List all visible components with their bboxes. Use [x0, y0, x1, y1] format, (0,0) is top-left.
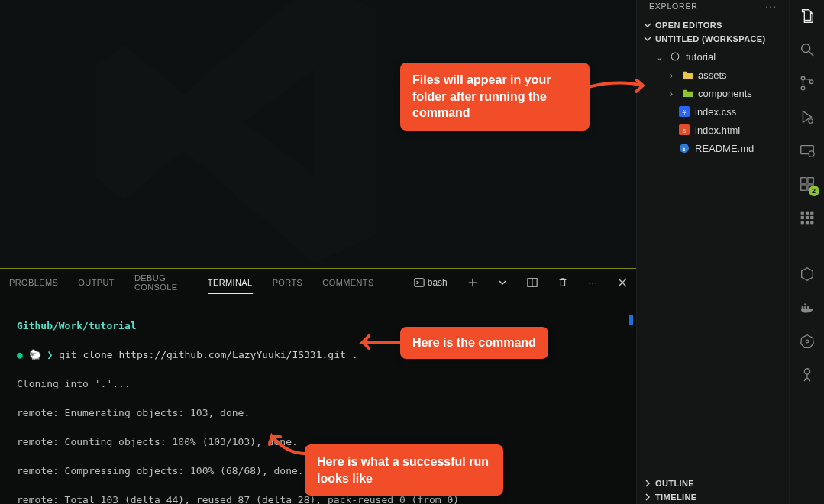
html-file-icon: 5: [678, 124, 690, 136]
svg-rect-29: [805, 221, 808, 224]
remote-icon: [799, 142, 816, 159]
folder-icon: [681, 87, 693, 99]
svg-point-14: [809, 80, 813, 84]
kubernetes-icon: [799, 333, 816, 350]
callout-text: Files will appear in your folder after r…: [412, 73, 551, 119]
outline-section[interactable]: OUTLINE: [637, 477, 789, 490]
activity-remote-button[interactable]: [797, 141, 817, 160]
tab-terminal[interactable]: TERMINAL: [208, 272, 253, 294]
svg-rect-19: [800, 185, 806, 190]
activity-apps-button[interactable]: [797, 208, 817, 228]
chevron-right-icon: [643, 479, 652, 488]
tree-label: index.html: [695, 124, 740, 136]
folder-icon: [681, 69, 693, 81]
chevron-right-icon: [643, 493, 652, 502]
svg-rect-30: [810, 221, 813, 224]
terminal-output-line: remote: Enumerating objects: 103, done.: [17, 405, 619, 420]
activity-extensions-button[interactable]: 2: [797, 174, 817, 194]
svg-point-12: [801, 76, 805, 80]
svg-rect-25: [800, 216, 803, 219]
tab-comments[interactable]: COMMENTS: [322, 272, 373, 293]
activity-kubernetes-button[interactable]: [797, 331, 817, 351]
workspace-label: UNTITLED (WORKSPACE): [655, 34, 766, 44]
timeline-section[interactable]: TIMELINE: [637, 490, 789, 504]
svg-rect-32: [804, 306, 806, 309]
split-terminal-button[interactable]: [527, 276, 538, 289]
terminal-box-icon: [414, 277, 425, 288]
css-file-icon: #: [678, 105, 690, 118]
trash-icon: [557, 277, 568, 288]
svg-rect-26: [805, 216, 808, 219]
hexagon-icon: [799, 266, 816, 283]
workspace-section[interactable]: UNTITLED (WORKSPACE): [637, 32, 789, 46]
callout-arrow-icon: [588, 79, 645, 102]
tree-file-index-css[interactable]: # index.css: [641, 102, 784, 121]
tab-ports[interactable]: PORTS: [273, 272, 303, 293]
source-control-icon: [799, 75, 816, 92]
activity-docker-button[interactable]: [797, 298, 817, 318]
svg-point-17: [808, 151, 813, 157]
svg-point-10: [801, 44, 809, 53]
tree-file-readme[interactable]: i README.md: [641, 139, 784, 157]
vscode-watermark-icon: [61, 0, 412, 268]
callout-arrow-icon: [268, 432, 310, 459]
grid-icon: [800, 210, 815, 225]
docker-icon: [799, 299, 816, 316]
tree-root-tutorial[interactable]: ⌄ tutorial: [641, 47, 784, 66]
explorer-sidebar: EXPLORER ··· OPEN EDITORS UNTITLED (WORK…: [636, 0, 789, 504]
play-debug-icon: [799, 108, 816, 125]
activity-gitlens-button[interactable]: [797, 365, 817, 385]
chevron-down-icon: [499, 279, 506, 286]
svg-point-13: [801, 86, 805, 90]
tree-folder-assets[interactable]: › assets: [641, 66, 784, 84]
folder-outline-icon: [669, 50, 681, 63]
tree-folder-components[interactable]: › components: [641, 84, 784, 102]
plus-icon: [467, 277, 478, 288]
tree-file-index-html[interactable]: 5 index.html: [641, 121, 784, 139]
terminal-shell-picker[interactable]: bash: [414, 277, 448, 288]
new-terminal-button[interactable]: [467, 276, 478, 289]
tree-label: assets: [698, 69, 727, 81]
panel-more-button[interactable]: ···: [588, 276, 597, 289]
panel-close-button[interactable]: [618, 276, 627, 289]
ellipsis-icon: ···: [588, 278, 597, 287]
terminal-output-line: Cloning into '.'...: [17, 376, 619, 391]
tab-debug-console[interactable]: DEBUG CONSOLE: [134, 267, 188, 298]
chevron-right-icon: ›: [666, 69, 677, 81]
activity-hex-button[interactable]: [797, 264, 817, 284]
callout-success: Here is what a successful run looks like: [305, 444, 503, 496]
tree-label: README.md: [695, 143, 754, 154]
activity-run-debug-button[interactable]: [797, 107, 817, 127]
explorer-more-button[interactable]: ···: [765, 0, 777, 12]
svg-rect-31: [801, 306, 803, 309]
svg-point-3: [671, 53, 679, 60]
search-icon: [799, 41, 816, 58]
kill-terminal-button[interactable]: [557, 276, 568, 289]
timeline-label: TIMELINE: [655, 493, 697, 502]
activity-bar: 2: [789, 0, 824, 504]
tab-problems[interactable]: PROBLEMS: [9, 272, 58, 293]
sheep-emoji-icon: 🐑: [29, 347, 41, 362]
callout-text: Here is what a successful run looks like: [317, 455, 489, 485]
terminal-dropdown-button[interactable]: [498, 276, 507, 289]
activity-search-button[interactable]: [797, 40, 817, 60]
callout-files: Files will appear in your folder after r…: [400, 63, 590, 131]
explorer-title: EXPLORER: [649, 2, 698, 11]
svg-point-36: [804, 369, 809, 374]
svg-rect-33: [807, 306, 809, 309]
terminal-scroll-marker: [629, 315, 633, 325]
svg-point-35: [806, 340, 809, 343]
svg-rect-24: [810, 212, 813, 215]
split-icon: [527, 277, 538, 288]
callout-arrow-icon: [358, 334, 402, 350]
activity-source-control-button[interactable]: [797, 73, 817, 93]
terminal-command: git clone https://github.com/LazyYuuki/I…: [59, 349, 357, 360]
open-editors-label: OPEN EDITORS: [655, 21, 722, 30]
svg-text:5: 5: [683, 128, 687, 134]
svg-rect-34: [804, 304, 806, 306]
editor-empty-area: [0, 0, 636, 268]
activity-explorer-button[interactable]: [797, 6, 817, 26]
open-editors-section[interactable]: OPEN EDITORS: [637, 18, 789, 32]
tab-output[interactable]: OUTPUT: [78, 272, 115, 293]
svg-rect-18: [800, 178, 806, 183]
